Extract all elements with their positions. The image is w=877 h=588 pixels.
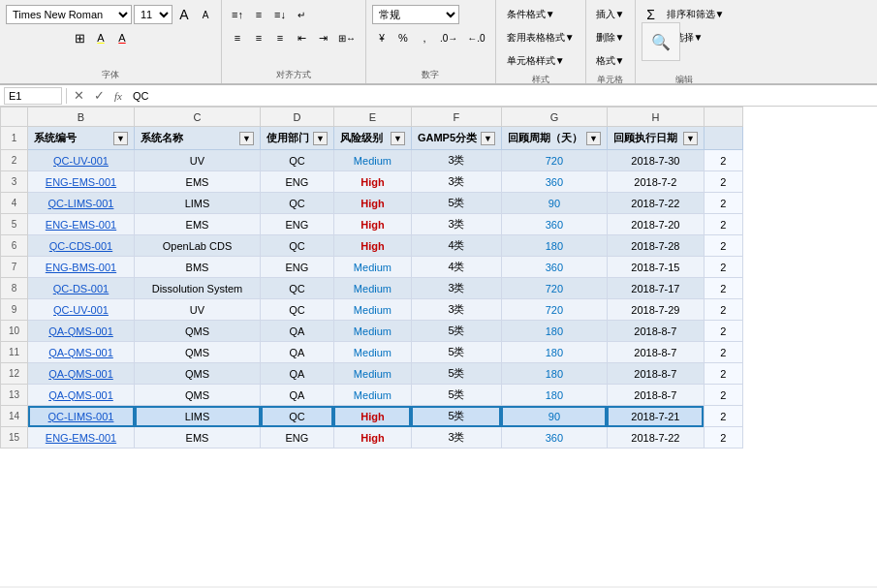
table-row[interactable]: 15ENG-EMS-001EMSENGHigh3类3602018-7-222 [1, 427, 743, 449]
cell-sysid[interactable]: QC-CDS-001 [28, 235, 135, 257]
filter-period-btn[interactable]: ▼ [586, 132, 601, 145]
cell-risk[interactable]: High [333, 406, 411, 427]
cell-dept[interactable]: ENG [261, 171, 334, 193]
cell-dept[interactable]: ENG [261, 427, 334, 449]
cell-sysname[interactable]: BMS [135, 257, 261, 278]
cell-sysid[interactable]: QC-LIMS-001 [28, 193, 135, 214]
table-row[interactable]: 7ENG-BMS-001BMSENGMedium4类3602018-7-152 [1, 257, 743, 278]
bold-btn[interactable] [6, 28, 25, 47]
increase-decimal-btn[interactable]: .0→ [436, 28, 461, 47]
font-name-select[interactable]: Times New Roman [6, 5, 132, 24]
comma-btn[interactable]: , [415, 28, 434, 47]
cell-sysid[interactable]: ENG-EMS-001 [28, 214, 135, 235]
increase-font-btn[interactable]: A [174, 5, 194, 24]
cell-period[interactable]: 720 [501, 150, 607, 171]
cell-date[interactable]: 2018-7-29 [607, 299, 704, 321]
cell-sysname[interactable]: QMS [135, 363, 261, 385]
cell-risk[interactable]: High [333, 235, 411, 257]
cell-period[interactable]: 180 [501, 321, 607, 342]
cell-date[interactable]: 2018-8-7 [607, 385, 704, 406]
table-row[interactable]: 13QA-QMS-001QMSQAMedium5类1802018-8-72 [1, 385, 743, 406]
cell-date[interactable]: 2018-7-22 [607, 427, 704, 449]
cell-period[interactable]: 90 [501, 406, 607, 427]
fill-color-btn[interactable]: A [91, 28, 110, 47]
cell-dept[interactable]: QA [261, 342, 334, 363]
align-bottom-btn[interactable]: ≡↓ [270, 5, 290, 24]
filter-risk-btn[interactable]: ▼ [391, 132, 405, 145]
cell-gamp5[interactable]: 3类 [411, 150, 501, 171]
search-btn[interactable]: 🔍 [642, 22, 680, 61]
cell-sysname[interactable]: QMS [135, 342, 261, 363]
delete-btn[interactable]: 删除▼ [592, 28, 629, 47]
font-size-select[interactable]: 11 [134, 5, 172, 24]
col-header-E[interactable]: E [333, 108, 411, 127]
cell-dept[interactable]: QC [261, 150, 334, 171]
cell-date[interactable]: 2018-7-15 [607, 257, 704, 278]
sysid-link[interactable]: ENG-EMS-001 [46, 176, 116, 188]
cell-gamp5[interactable]: 5类 [411, 342, 501, 363]
cell-reference[interactable] [4, 87, 62, 105]
border-btn[interactable]: ⊞ [70, 28, 89, 47]
sysid-link[interactable]: QC-UV-001 [53, 155, 109, 167]
cell-risk[interactable]: Medium [333, 278, 411, 299]
cell-period[interactable]: 720 [501, 278, 607, 299]
cell-date[interactable]: 2018-7-17 [607, 278, 704, 299]
cell-gamp5[interactable]: 5类 [411, 406, 501, 427]
format-btn[interactable]: 格式▼ [592, 51, 629, 71]
cell-period[interactable]: 720 [501, 299, 607, 321]
table-row[interactable]: 12QA-QMS-001QMSQAMedium5类1802018-8-72 [1, 363, 743, 385]
cell-sysname[interactable]: UV [135, 150, 261, 171]
cell-risk[interactable]: Medium [333, 342, 411, 363]
filter-date-btn[interactable]: ▼ [683, 132, 698, 145]
table-row[interactable]: 9QC-UV-001UVQCMedium3类7202018-7-292 [1, 299, 743, 321]
filter-gamp5-btn[interactable]: ▼ [481, 132, 495, 145]
number-format-select[interactable]: 常规 [372, 5, 459, 24]
cell-gamp5[interactable]: 3类 [411, 214, 501, 235]
align-top-btn[interactable]: ≡↑ [228, 5, 247, 24]
cell-sysname[interactable]: QMS [135, 385, 261, 406]
table-row[interactable]: 10QA-QMS-001QMSQAMedium5类1802018-8-72 [1, 321, 743, 342]
cell-dept[interactable]: QC [261, 406, 334, 427]
cell-date[interactable]: 2018-8-7 [607, 321, 704, 342]
col-header-C[interactable]: C [135, 108, 261, 127]
cell-date[interactable]: 2018-7-28 [607, 235, 704, 257]
cell-period[interactable]: 360 [501, 257, 607, 278]
cell-risk[interactable]: Medium [333, 363, 411, 385]
cell-risk[interactable]: Medium [333, 150, 411, 171]
formula-cancel-btn[interactable]: ✕ [71, 88, 87, 104]
cell-risk[interactable]: High [333, 193, 411, 214]
cell-period[interactable]: 360 [501, 427, 607, 449]
table-row[interactable]: 6QC-CDS-001OpenLab CDSQCHigh4类1802018-7-… [1, 235, 743, 257]
percent-btn[interactable]: % [393, 28, 413, 47]
cell-sysid[interactable]: ENG-EMS-001 [28, 171, 135, 193]
cell-gamp5[interactable]: 5类 [411, 193, 501, 214]
align-right-btn[interactable]: ≡ [270, 28, 290, 47]
sort-filter-btn[interactable]: 排序和筛选▼ [663, 5, 729, 24]
cell-date[interactable]: 2018-8-7 [607, 363, 704, 385]
cell-sysname[interactable]: EMS [135, 427, 261, 449]
col-header-D[interactable]: D [261, 108, 334, 127]
col-header-I[interactable] [704, 108, 742, 127]
indent-increase-btn[interactable]: ⇥ [313, 28, 332, 47]
cell-risk[interactable]: High [333, 214, 411, 235]
font-color-btn[interactable]: A [112, 28, 132, 47]
cell-gamp5[interactable]: 3类 [411, 299, 501, 321]
cell-risk[interactable]: High [333, 171, 411, 193]
cell-sysname[interactable]: UV [135, 299, 261, 321]
cell-dept[interactable]: ENG [261, 257, 334, 278]
insert-btn[interactable]: 插入▼ [592, 5, 629, 24]
table-style-btn[interactable]: 套用表格格式▼ [502, 28, 579, 47]
cell-dept[interactable]: QA [261, 321, 334, 342]
sysid-link[interactable]: QC-DS-001 [53, 283, 109, 294]
cell-sysname[interactable]: LIMS [135, 193, 261, 214]
cell-sysid[interactable]: QC-DS-001 [28, 278, 135, 299]
wrap-text-btn[interactable]: ↵ [292, 5, 311, 24]
cell-date[interactable]: 2018-7-30 [607, 150, 704, 171]
cell-dept[interactable]: QA [261, 385, 334, 406]
cell-gamp5[interactable]: 3类 [411, 278, 501, 299]
sysid-link[interactable]: QC-LIMS-001 [48, 198, 114, 209]
cell-gamp5[interactable]: 4类 [411, 235, 501, 257]
decrease-decimal-btn[interactable]: ←.0 [463, 28, 488, 47]
cell-gamp5[interactable]: 3类 [411, 171, 501, 193]
currency-btn[interactable]: ¥ [372, 28, 392, 47]
